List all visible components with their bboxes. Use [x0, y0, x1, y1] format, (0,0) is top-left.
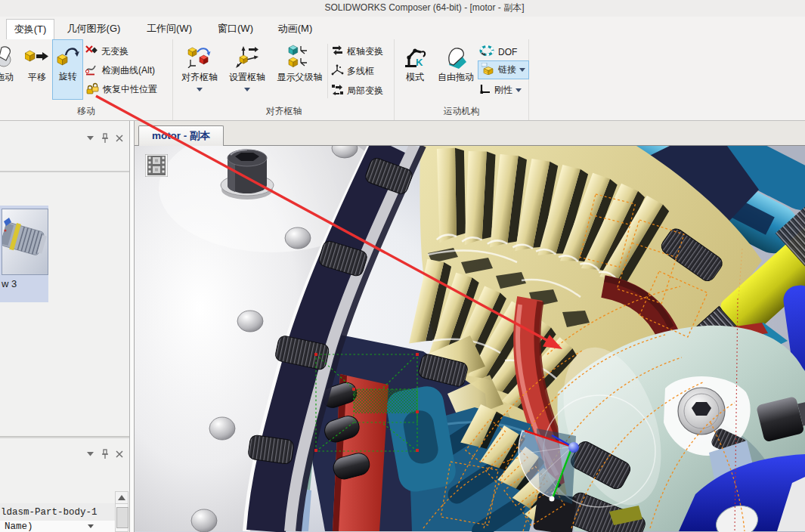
property-row[interactable]: ldasm-Part-body-1 [0, 503, 115, 521]
set-pivot-button[interactable]: 设置枢轴 [224, 41, 270, 91]
move-group-label: 移动 [0, 105, 172, 118]
local-transform-button[interactable]: 局部变换 [331, 84, 383, 97]
show-parent-axis-button[interactable]: 显示父级轴 [271, 41, 328, 84]
set-pivot-dropdown[interactable] [244, 88, 250, 91]
rotate-button[interactable]: 旋转 [52, 39, 83, 100]
document-tab-motor[interactable]: motor - 副本 [138, 125, 224, 146]
title-bar: SOLIDWORKS Composer (64-bit) - [motor - … [0, 0, 805, 17]
set-pivot-icon [235, 43, 259, 70]
align-pivot-group-label: 对齐枢轴 [174, 105, 394, 118]
scrollbar-track[interactable] [115, 504, 128, 532]
scroll-up-arrow-icon [118, 495, 125, 500]
show-parent-axis-icon [287, 43, 313, 70]
ribbon-group-kinematics: K 模式 自由拖动 DOF 链接 [395, 39, 529, 120]
translate-button[interactable]: 平移 [23, 41, 51, 84]
ribbon-group-align-pivot: 对齐枢轴 设置枢轴 显示父级轴 枢轴变换 [174, 39, 395, 120]
ribbon-group-move: 拖动 平移 旋转 无变换 [0, 39, 173, 120]
scrollbar-up-button[interactable] [115, 491, 128, 504]
link-button[interactable]: 链接 [478, 60, 529, 79]
panel-close-icon[interactable] [116, 135, 123, 142]
no-transform-button[interactable]: 无变换 [85, 45, 128, 58]
group-inner-separator [327, 44, 328, 98]
restore-neutral-position-icon [85, 82, 100, 97]
detect-curve-button[interactable]: 检测曲线(Alt) [85, 63, 155, 78]
viewport-3d[interactable] [135, 146, 805, 532]
tab-window[interactable]: 窗口(W) [215, 19, 255, 39]
window-title: SOLIDWORKS Composer (64-bit) - [motor - … [324, 2, 524, 13]
property-dropdown[interactable] [88, 524, 94, 528]
view-thumbnail-label: w 3 [2, 278, 17, 289]
properties-panel-header [87, 449, 123, 459]
views-panel-header [87, 133, 123, 144]
ribbon-tab-row: 变换(T) 几何图形(G) 工作间(W) 窗口(W) 动画(M) [0, 17, 805, 39]
rotate-icon [56, 42, 80, 70]
tab-workshop[interactable]: 工作间(W) [145, 19, 194, 39]
rigid-icon [479, 83, 491, 97]
solidworks-composer-window: SOLIDWORKS Composer (64-bit) - [motor - … [0, 0, 805, 532]
3d-scene[interactable] [135, 146, 805, 532]
hex-socket-bolt[interactable] [221, 150, 274, 200]
panel-pin-icon[interactable] [101, 449, 109, 459]
kinematics-group-label: 运动机构 [395, 105, 528, 118]
no-transform-icon [85, 45, 98, 58]
panel-pin-icon[interactable] [101, 133, 109, 144]
panel-divider [0, 171, 129, 172]
free-drag-icon [443, 43, 469, 70]
free-drag-button[interactable]: 自由拖动 [433, 41, 478, 84]
view-item-selected[interactable]: w 3 [0, 206, 48, 302]
drag-icon [0, 43, 16, 70]
local-transform-icon [331, 84, 344, 97]
dof-icon [479, 44, 495, 60]
pivot-transform-button[interactable]: 枢轴变换 [331, 45, 383, 58]
ribbon: 拖动 平移 旋转 无变换 [0, 39, 805, 121]
pivot-transform-icon [331, 45, 344, 58]
rigid-button[interactable]: 刚性 [479, 83, 522, 97]
drag-button[interactable]: 拖动 [0, 41, 21, 84]
left-sidebar: w 3 ldasm-Part-body-1 Name) [0, 121, 130, 532]
scrollbar-thumb[interactable] [116, 507, 128, 528]
translate-icon [25, 43, 49, 70]
property-row[interactable]: Name) [0, 521, 115, 532]
detect-curve-icon [85, 63, 99, 78]
view-thumbnail[interactable] [2, 209, 48, 275]
panel-menu-chevron-icon[interactable] [87, 136, 94, 141]
mode-button[interactable]: K 模式 [398, 41, 432, 84]
align-pivot-icon [187, 43, 212, 70]
dof-button[interactable]: DOF [479, 44, 517, 60]
animation-mode-icon[interactable] [145, 154, 168, 180]
restore-neutral-button[interactable]: 恢复中性位置 [85, 82, 157, 97]
align-pivot-button[interactable]: 对齐枢轴 [176, 41, 223, 91]
link-dropdown[interactable] [519, 68, 525, 72]
svg-text:K: K [416, 57, 423, 68]
tab-transform[interactable]: 变换(T) [6, 19, 54, 39]
panel-close-icon[interactable] [116, 450, 123, 458]
tab-geometry[interactable]: 几何图形(G) [64, 19, 123, 39]
panel-splitter[interactable] [0, 436, 129, 438]
document-tab-strip: motor - 副本 [135, 121, 805, 146]
mode-icon: K [403, 43, 427, 70]
rigid-dropdown[interactable] [516, 88, 522, 92]
multi-wireframe-button[interactable]: 多线框 [331, 64, 374, 78]
multi-wireframe-icon [331, 64, 344, 78]
tab-animation[interactable]: 动画(M) [274, 19, 316, 39]
panel-menu-chevron-icon[interactable] [87, 452, 94, 456]
link-icon [481, 63, 495, 77]
align-pivot-dropdown[interactable] [197, 88, 203, 91]
